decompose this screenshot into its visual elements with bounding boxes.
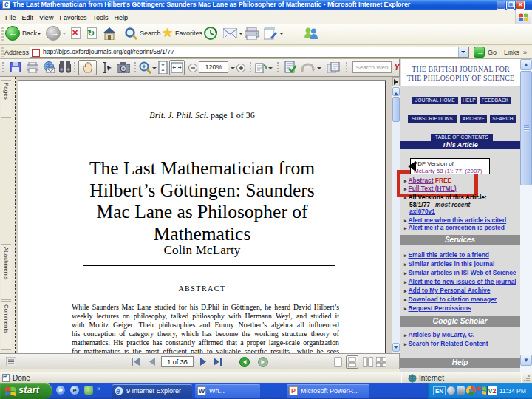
- svg-text:e: e: [116, 387, 120, 395]
